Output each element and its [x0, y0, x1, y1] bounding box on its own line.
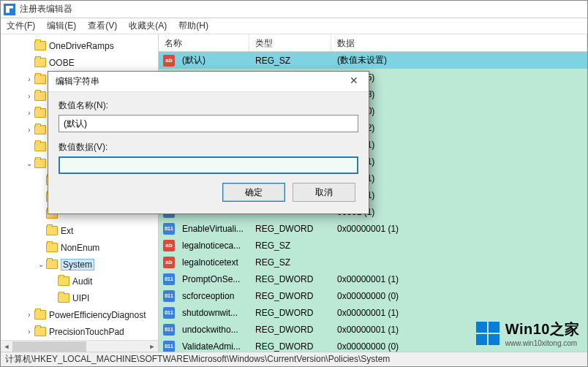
menu-file[interactable]: 文件(F) [7, 20, 35, 32]
tree-node[interactable]: ·OneDriveRamps [1, 37, 158, 54]
tree-node-label: Audit [72, 276, 92, 287]
cell-data: 00001 (1) [333, 173, 587, 184]
tree-node[interactable]: ·Audit [1, 273, 158, 290]
scroll-track[interactable] [12, 341, 146, 352]
cell-name: legalnoticetext [178, 257, 251, 268]
cell-name: undockwitho... [178, 325, 251, 335]
cell-name: EnableVirtuali... [178, 224, 251, 234]
cell-data: 00001 (1) [333, 140, 587, 150]
chevron-down-icon[interactable]: ⌄ [24, 159, 34, 167]
watermark-url: www.win10xitong.com [505, 339, 580, 347]
watermark: Win10之家 www.win10xitong.com [476, 319, 580, 347]
table-row[interactable]: EnableVirtuali...REG_DWORD0x00000001 (1) [159, 220, 587, 237]
cell-name: ValidateAdmi... [178, 341, 251, 352]
table-row[interactable]: PromptOnSe...REG_DWORD0x00000001 (1) [159, 270, 587, 287]
cell-type: REG_DWORD [251, 325, 333, 335]
cell-data: (数值未设置) [333, 54, 587, 67]
window-title: 注册表编辑器 [20, 3, 72, 15]
dword-value-icon [163, 273, 175, 285]
cell-data: 0x00000001 (1) [333, 308, 587, 318]
chevron-right-icon[interactable]: › [24, 109, 34, 117]
folder-icon [34, 327, 46, 336]
menubar: 文件(F) 编辑(E) 查看(V) 收藏夹(A) 帮助(H) [1, 18, 587, 34]
scroll-thumb[interactable] [12, 341, 86, 352]
dword-value-icon [163, 324, 175, 336]
scroll-left-icon[interactable]: ◄ [1, 343, 12, 350]
chevron-right-icon[interactable]: › [24, 92, 34, 100]
string-value-icon [163, 55, 175, 67]
folder-icon [58, 276, 69, 286]
cell-name: (默认) [178, 54, 251, 67]
string-value-icon [163, 240, 175, 251]
folder-icon [34, 108, 46, 118]
cell-data: 00003 (3) [333, 89, 587, 99]
tree-node-label: OOBE [49, 58, 75, 68]
tree-node[interactable]: ·Ext [1, 222, 158, 239]
tree-node[interactable]: ·NonEnum [1, 239, 158, 256]
chevron-right-icon[interactable]: › [24, 126, 34, 134]
chevron-down-icon[interactable]: ⌄ [36, 260, 46, 268]
dword-value-icon [163, 307, 175, 319]
edit-string-dialog: 编辑字符串 ✕ 数值名称(N): 数值数据(V): 确定 取消 [48, 71, 369, 214]
folder-icon [34, 310, 46, 319]
col-header-data[interactable]: 数据 [331, 34, 587, 51]
tree-node[interactable]: ·OOBE [1, 54, 158, 71]
close-icon[interactable]: ✕ [344, 75, 364, 86]
cell-data: 0x00000001 (1) [333, 274, 587, 284]
menu-edit[interactable]: 编辑(E) [47, 20, 76, 32]
regedit-icon [4, 4, 15, 15]
folder-icon [58, 293, 69, 303]
cell-type: REG_SZ [251, 257, 333, 268]
col-header-type[interactable]: 类型 [249, 34, 331, 51]
folder-icon [34, 91, 46, 101]
folder-icon [34, 41, 46, 50]
cell-name: legalnoticeca... [178, 241, 251, 251]
chevron-right-icon[interactable]: › [24, 328, 34, 336]
tree-node-label: PrecisionTouchPad [49, 327, 124, 337]
folder-icon [46, 226, 58, 235]
col-header-name[interactable]: 名称 [159, 34, 249, 51]
value-name-input[interactable] [59, 115, 358, 132]
chevron-right-icon[interactable]: › [24, 311, 34, 319]
cell-data: 00001 (1) [333, 207, 587, 217]
table-row[interactable]: legalnoticetextREG_SZ [159, 254, 587, 270]
cell-data: 0x00000000 (0) [333, 291, 587, 301]
cell-type: REG_SZ [251, 56, 333, 66]
chevron-right-icon[interactable]: › [24, 75, 34, 83]
folder-icon [34, 75, 46, 84]
tree-node[interactable]: ⌄System [1, 256, 158, 273]
tree-node[interactable]: ›PowerEfficiencyDiagnost [1, 306, 158, 323]
cell-data: 00000 (0) [333, 106, 587, 116]
string-value-icon [163, 257, 175, 268]
cell-type: REG_DWORD [251, 308, 333, 318]
cell-type: REG_DWORD [251, 291, 333, 301]
dialog-title: 编辑字符串 [56, 75, 99, 88]
table-row[interactable]: legalnoticeca...REG_SZ [159, 237, 587, 254]
dword-value-icon [163, 341, 175, 352]
cell-data: 00005 (5) [333, 72, 587, 83]
menu-view[interactable]: 查看(V) [88, 20, 117, 32]
table-row[interactable]: scforceoptionREG_DWORD0x00000000 (0) [159, 287, 587, 304]
tree-node-label: UIPI [72, 293, 89, 303]
scroll-right-icon[interactable]: ► [146, 343, 158, 350]
cancel-button[interactable]: 取消 [293, 183, 355, 202]
tree-node[interactable]: ›PrecisionTouchPad [1, 323, 158, 340]
table-row[interactable]: (默认)REG_SZ(数值未设置) [159, 52, 587, 69]
value-name-label: 数值名称(N): [59, 99, 358, 112]
cell-data: 00001 (1) [333, 156, 587, 167]
cell-data: 00002 (2) [333, 123, 587, 133]
list-header: 名称 类型 数据 [159, 34, 587, 52]
tree-node[interactable]: ·UIPI [1, 290, 158, 306]
tree-node-label: OneDriveRamps [49, 41, 114, 51]
value-data-label: 数值数据(V): [59, 141, 358, 154]
table-row[interactable]: shutdownwit...REG_DWORD0x00000001 (1) [159, 304, 587, 321]
value-data-input[interactable] [59, 156, 358, 174]
folder-icon [34, 159, 46, 168]
dword-value-icon [163, 223, 175, 235]
statusbar: 计算机\HKEY_LOCAL_MACHINE\SOFTWARE\Microsof… [1, 352, 587, 366]
tree-hscrollbar[interactable]: ◄ ► [1, 340, 158, 352]
menu-favorites[interactable]: 收藏夹(A) [129, 20, 167, 32]
cell-type: REG_SZ [251, 241, 333, 251]
menu-help[interactable]: 帮助(H) [178, 20, 208, 32]
ok-button[interactable]: 确定 [222, 183, 285, 202]
